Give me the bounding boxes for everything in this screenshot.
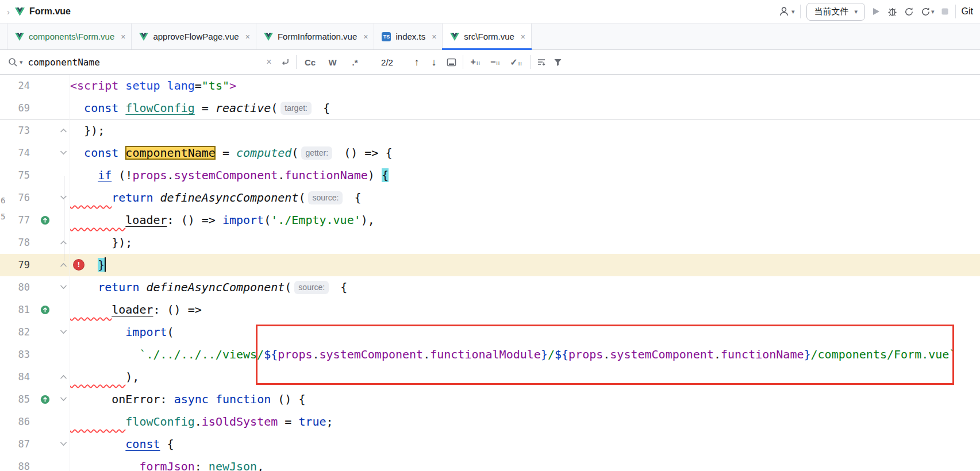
line-number[interactable]: 69 bbox=[0, 97, 30, 119]
line-number[interactable]: 86 bbox=[0, 411, 30, 433]
code-text[interactable]: import( bbox=[70, 321, 980, 343]
line-number[interactable]: 80 bbox=[0, 276, 30, 299]
fold-end-icon[interactable] bbox=[60, 262, 67, 267]
next-match-button[interactable]: ↓ bbox=[428, 56, 440, 68]
implemented-marker-icon[interactable] bbox=[40, 395, 50, 404]
whole-words-toggle[interactable]: W bbox=[324, 57, 341, 67]
stop-button[interactable] bbox=[940, 7, 950, 16]
line-number[interactable]: 81 bbox=[0, 299, 30, 321]
close-tab-icon[interactable]: × bbox=[245, 32, 250, 41]
code-line[interactable]: 88 formJson: newJson, bbox=[0, 455, 980, 471]
search-mode-button[interactable]: ▾ bbox=[8, 57, 23, 67]
code-line[interactable]: 24<script setup lang="ts"> bbox=[0, 75, 980, 97]
debug-button[interactable] bbox=[887, 6, 898, 17]
code-line[interactable]: 75 if (!props.systemComponent.functionNa… bbox=[0, 164, 980, 187]
rerun-button[interactable]: ▾ bbox=[920, 6, 935, 17]
close-tab-icon[interactable]: × bbox=[432, 32, 436, 41]
line-number[interactable]: 82 bbox=[0, 321, 30, 343]
line-number[interactable]: 73 bbox=[0, 119, 30, 142]
line-number[interactable]: 84 bbox=[0, 366, 30, 388]
code-line[interactable]: 77 loader: () => import('./Empty.vue'), bbox=[0, 209, 980, 231]
line-number[interactable]: 83 bbox=[0, 343, 30, 366]
match-case-toggle[interactable]: Cc bbox=[302, 57, 319, 67]
newline-icon[interactable] bbox=[279, 57, 291, 67]
code-line[interactable]: 87 const { bbox=[0, 433, 980, 455]
line-number[interactable]: 78 bbox=[0, 231, 30, 254]
code-line[interactable]: 73 }); bbox=[0, 119, 980, 142]
line-number[interactable]: 75 bbox=[0, 164, 30, 187]
code-text[interactable]: return defineAsyncComponent(source: { bbox=[70, 187, 980, 209]
code-text[interactable]: const componentName = computed(getter: (… bbox=[70, 142, 980, 164]
regex-toggle[interactable]: .* bbox=[347, 57, 364, 67]
code-line[interactable]: 69 const flowConfig = reactive(target: { bbox=[0, 97, 980, 119]
clear-search-icon[interactable]: × bbox=[264, 57, 274, 67]
line-number[interactable]: 85 bbox=[0, 388, 30, 411]
code-text[interactable]: if (!props.systemComponent.functionName)… bbox=[70, 164, 980, 187]
code-line[interactable]: 79! } bbox=[0, 254, 980, 276]
run-configuration-select[interactable]: 当前文件 ▾ bbox=[806, 3, 865, 21]
fold-start-icon[interactable] bbox=[60, 330, 67, 334]
code-text[interactable]: } bbox=[70, 254, 980, 276]
code-line[interactable]: 84 ), bbox=[0, 366, 980, 388]
line-number[interactable]: 79 bbox=[0, 254, 30, 276]
code-line[interactable]: 83 `./../../../views/${props.systemCompo… bbox=[0, 343, 980, 366]
previous-match-button[interactable]: ↑ bbox=[411, 56, 423, 68]
fold-start-icon[interactable] bbox=[60, 397, 67, 401]
code-editor[interactable]: 24<script setup lang="ts">69 const flowC… bbox=[0, 75, 980, 471]
code-line[interactable]: 80 return defineAsyncComponent(source: { bbox=[0, 276, 980, 299]
code-line[interactable]: 82 import( bbox=[0, 321, 980, 343]
code-text[interactable]: loader: () => bbox=[70, 299, 980, 321]
code-text[interactable]: return defineAsyncComponent(source: { bbox=[70, 276, 980, 299]
code-text[interactable]: onError: async function () { bbox=[70, 388, 980, 411]
code-text[interactable]: const flowConfig = reactive(target: { bbox=[70, 97, 980, 119]
implemented-marker-icon[interactable] bbox=[40, 305, 50, 315]
add-occurrence-button[interactable]: +II bbox=[468, 57, 483, 67]
run-button[interactable] bbox=[871, 6, 881, 17]
git-widget[interactable]: Git bbox=[962, 6, 973, 17]
fold-end-icon[interactable] bbox=[60, 375, 67, 379]
code-line[interactable]: 74 const componentName = computed(getter… bbox=[0, 142, 980, 164]
fold-start-icon[interactable] bbox=[60, 150, 67, 155]
exclude-occurrence-button[interactable]: −II bbox=[488, 57, 502, 67]
code-text[interactable]: loader: () => import('./Empty.vue'), bbox=[70, 209, 980, 231]
line-number[interactable]: 24 bbox=[0, 75, 30, 97]
editor-tab[interactable]: components\Form.vue× bbox=[7, 24, 132, 49]
fold-end-icon[interactable] bbox=[60, 128, 67, 133]
code-line[interactable]: 81 loader: () => bbox=[0, 299, 980, 321]
code-text[interactable]: }); bbox=[70, 119, 980, 142]
coverage-button[interactable] bbox=[904, 6, 914, 17]
editor-tab[interactable]: FormInformation.vue× bbox=[256, 24, 375, 49]
editor-tab[interactable]: src\Form.vue× bbox=[443, 24, 532, 49]
code-line[interactable]: 76 return defineAsyncComponent(source: { bbox=[0, 187, 980, 209]
code-line[interactable]: 86 flowConfig.isOldSystem = true; bbox=[0, 411, 980, 433]
editor-tab[interactable]: TSindex.ts× bbox=[374, 24, 443, 49]
code-text[interactable]: }); bbox=[70, 231, 980, 254]
search-input[interactable]: componentName × bbox=[28, 57, 274, 68]
close-tab-icon[interactable]: × bbox=[363, 32, 368, 41]
implemented-marker-icon[interactable] bbox=[40, 215, 50, 225]
error-icon[interactable]: ! bbox=[74, 260, 84, 270]
code-text[interactable]: <script setup lang="ts"> bbox=[70, 75, 980, 97]
user-account-button[interactable]: ▾ bbox=[778, 6, 795, 17]
line-number[interactable]: 74 bbox=[0, 142, 30, 164]
code-line[interactable]: 85 onError: async function () { bbox=[0, 388, 980, 411]
editor-tab[interactable]: approveFlowPage.vue× bbox=[132, 24, 256, 49]
fold-guide-line bbox=[64, 176, 64, 261]
line-number[interactable]: 88 bbox=[0, 455, 30, 471]
close-tab-icon[interactable]: × bbox=[521, 32, 525, 41]
fold-start-icon[interactable] bbox=[60, 442, 67, 446]
code-text[interactable]: flowConfig.isOldSystem = true; bbox=[70, 411, 980, 433]
search-options-icon[interactable] bbox=[536, 57, 547, 67]
close-tab-icon[interactable]: × bbox=[121, 32, 125, 41]
code-text[interactable]: `./../../../views/${props.systemComponen… bbox=[70, 343, 980, 366]
code-text[interactable]: const { bbox=[70, 433, 980, 455]
select-all-occurrences-button[interactable]: ✓II bbox=[508, 57, 524, 68]
gutter: 87 bbox=[0, 433, 70, 455]
open-in-find-window-icon[interactable] bbox=[445, 58, 458, 67]
fold-start-icon[interactable] bbox=[60, 285, 67, 289]
code-text[interactable]: ), bbox=[70, 366, 980, 388]
code-text[interactable]: formJson: newJson, bbox=[70, 455, 980, 471]
line-number[interactable]: 87 bbox=[0, 433, 30, 455]
code-line[interactable]: 78 }); bbox=[0, 231, 980, 254]
filter-icon[interactable] bbox=[552, 58, 563, 67]
